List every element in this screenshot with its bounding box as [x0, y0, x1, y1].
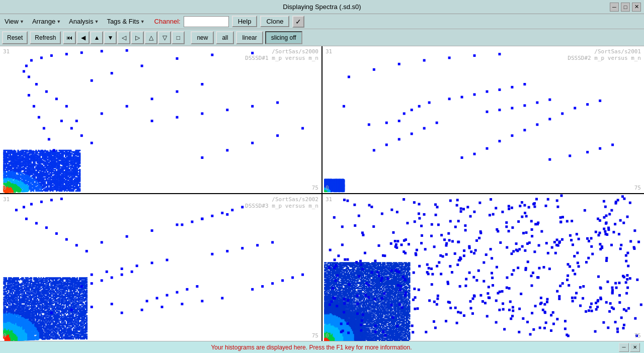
panel-tl-top-left: 31: [3, 48, 10, 55]
close-button[interactable]: ✕: [632, 3, 641, 12]
menu-view-label: View: [5, 18, 19, 25]
panel-tl-top-right: /SortSas/s2000DSSSD#1 m_p versus m_n: [245, 48, 318, 61]
spectrum-canvas-tr: [323, 46, 644, 193]
nav-up-alt-button[interactable]: △: [144, 31, 157, 44]
main-content: 31 /SortSas/s2000DSSSD#1 m_p versus m_n …: [0, 46, 644, 341]
nav-first-button[interactable]: ⏮: [63, 31, 76, 44]
panel-br-bottom-right: 75: [634, 332, 641, 339]
toolbar: Reset Refresh ⏮ ◀ ▲ ▼ ◁ ▷ △ ▽ □ new all …: [0, 29, 644, 46]
menu-tags-fits-label: Tags & Fits: [107, 18, 139, 25]
panel-br-top-left: 31: [326, 196, 332, 203]
clone-button[interactable]: Clone: [260, 16, 289, 27]
spectrum-canvas-tl: [0, 46, 321, 193]
menu-tags-fits-arrow: ▼: [140, 19, 145, 24]
nav-up-button[interactable]: ▲: [90, 31, 103, 44]
mode-all-button[interactable]: all: [216, 31, 234, 44]
panel-br[interactable]: 31 0 75: [323, 194, 644, 341]
panel-tr[interactable]: 31 /SortSas/s2001DSSSD#2 m_p versus m_n …: [323, 46, 644, 193]
panel-tr-bottom-left: 0: [326, 185, 329, 191]
panel-tr-bottom-right: 75: [634, 185, 641, 191]
panel-tl[interactable]: 31 /SortSas/s2000DSSSD#1 m_p versus m_n …: [0, 46, 321, 193]
menu-analysis-label: Analysis: [69, 18, 93, 25]
refresh-button[interactable]: Refresh: [30, 31, 61, 44]
nav-prev-small-button[interactable]: ◀: [76, 31, 90, 44]
menu-arrange-label: Arrange: [32, 18, 55, 25]
minimize-button[interactable]: ─: [610, 3, 619, 12]
status-bar: Your histograms are displayed here. Pres…: [0, 341, 644, 353]
panel-tr-top-left: 31: [326, 48, 332, 55]
spectrum-canvas-bl: [0, 194, 321, 341]
mode-group: new all linear slicing off: [191, 31, 302, 44]
nav-right-button[interactable]: ▷: [131, 31, 144, 44]
panel-bl-top-left: 31: [3, 196, 10, 203]
help-button[interactable]: Help: [232, 16, 258, 27]
panel-br-bottom-left: 0: [326, 332, 329, 339]
window-title: Displaying Spectra (.sd.s0): [283, 3, 361, 11]
mode-linear-button[interactable]: linear: [236, 31, 263, 44]
mode-slicing-off-button[interactable]: slicing off: [265, 31, 302, 44]
check-button[interactable]: ✓: [292, 16, 304, 28]
status-message: Your histograms are displayed here. Pres…: [4, 344, 619, 351]
title-bar: Displaying Spectra (.sd.s0) ─ □ ✕: [0, 0, 644, 14]
channel-label: Channel:: [154, 18, 181, 25]
panel-tl-bottom-left: 0: [3, 185, 7, 191]
maximize-button[interactable]: □: [621, 3, 630, 12]
nav-down-alt-button[interactable]: ▽: [158, 31, 171, 44]
panel-bl-top-right: /SortSas/s2002DSSSD#3 m_p versus m_n: [245, 196, 318, 209]
menu-tags-fits[interactable]: Tags & Fits ▼: [104, 16, 147, 27]
panel-bl-bottom-left: 0: [3, 332, 7, 339]
menu-analysis-arrow: ▼: [94, 19, 99, 24]
status-controls: ─ ✕: [619, 343, 640, 352]
channel-input[interactable]: [184, 16, 229, 27]
mode-new-button[interactable]: new: [191, 31, 214, 44]
menu-bar: View ▼ Arrange ▼ Analysis ▼ Tags & Fits …: [0, 14, 644, 29]
reset-button[interactable]: Reset: [2, 31, 28, 44]
window-controls: ─ □ ✕: [610, 3, 641, 12]
panel-tl-bottom-right: 75: [312, 185, 318, 191]
panel-bl[interactable]: 31 /SortSas/s2002DSSSD#3 m_p versus m_n …: [0, 194, 321, 341]
menu-view-arrow: ▼: [20, 19, 24, 24]
menu-view[interactable]: View ▼: [2, 16, 27, 27]
status-minimize-button[interactable]: ─: [619, 343, 629, 352]
spectrum-canvas-br: [323, 194, 644, 341]
panel-tr-top-right: /SortSas/s2001DSSSD#2 m_p versus m_n: [568, 48, 641, 61]
menu-arrange[interactable]: Arrange ▼: [30, 16, 63, 27]
panel-bl-bottom-right: 75: [312, 332, 318, 339]
nav-left-button[interactable]: ◁: [117, 31, 130, 44]
nav-group: ⏮ ◀ ▲ ▼ ◁ ▷ △ ▽ □: [63, 31, 185, 44]
menu-analysis[interactable]: Analysis ▼: [66, 16, 101, 27]
nav-down-button[interactable]: ▼: [104, 31, 117, 44]
nav-square-button[interactable]: □: [172, 31, 185, 44]
status-close-button[interactable]: ✕: [630, 343, 640, 352]
menu-arrange-arrow: ▼: [56, 19, 61, 24]
